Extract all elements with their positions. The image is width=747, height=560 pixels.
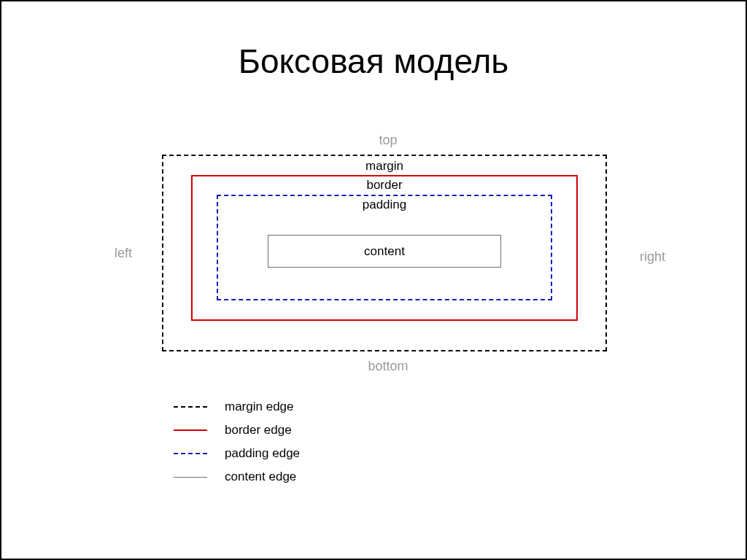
content-label: content <box>364 244 405 259</box>
content-box: content <box>268 235 501 268</box>
label-left: left <box>115 246 132 261</box>
label-top: top <box>379 133 397 148</box>
legend-swatch-margin <box>174 406 207 408</box>
legend: margin edge border edge padding edge con… <box>169 395 300 489</box>
label-right: right <box>640 249 665 265</box>
legend-row-border: border edge <box>169 419 300 442</box>
legend-text-margin: margin edge <box>225 400 294 414</box>
label-bottom: bottom <box>368 359 408 374</box>
legend-row-padding: padding edge <box>169 442 300 465</box>
slide-title: Боксовая модель <box>1 42 746 81</box>
border-label: border <box>366 178 402 192</box>
legend-text-border: border edge <box>225 423 292 438</box>
legend-swatch-content <box>174 477 207 478</box>
margin-label: margin <box>365 159 403 174</box>
legend-swatch-padding <box>174 453 207 454</box>
legend-row-margin: margin edge <box>169 395 300 419</box>
legend-row-content: content edge <box>169 465 300 489</box>
legend-text-content: content edge <box>225 470 296 484</box>
legend-text-padding: padding edge <box>225 446 300 461</box>
padding-label: padding <box>363 198 407 212</box>
legend-swatch-border <box>174 429 207 431</box>
box-model-diagram: top bottom left right margin border padd… <box>118 133 658 373</box>
slide: Боксовая модель top bottom left right ma… <box>0 0 747 560</box>
